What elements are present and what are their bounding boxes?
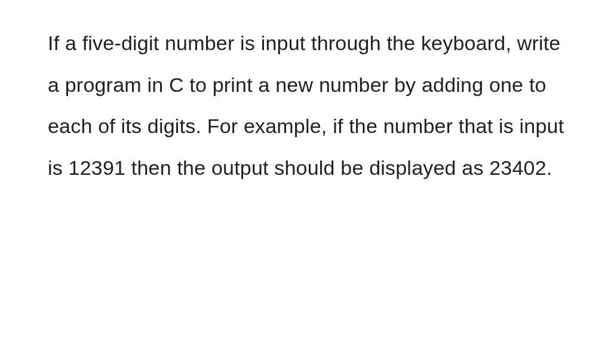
problem-statement: If a five-digit number is input through … bbox=[48, 23, 575, 189]
